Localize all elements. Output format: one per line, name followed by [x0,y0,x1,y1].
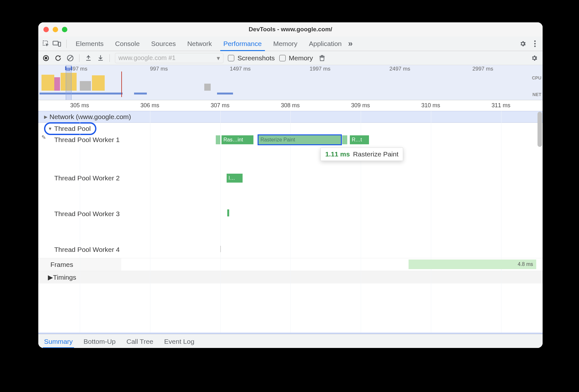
save-profile-icon[interactable] [97,54,104,62]
kebab-menu-icon[interactable] [530,39,539,48]
tooltip-name: Rasterize Paint [353,150,398,158]
traffic-lights [43,27,67,32]
tab-performance[interactable]: Performance [218,37,267,51]
thread-pool-label: Thread Pool [54,125,91,132]
drawer-tab-call-tree[interactable]: Call Tree [125,335,154,348]
chevron-down-icon: ▾ [217,54,220,62]
worker-1-lane[interactable]: Ras…int Rasterize Paint R…t 1.11 ms Rast… [121,134,543,172]
svg-point-5 [534,45,536,47]
devtools-window: DevTools - www.google.com/ Elements Cons… [38,22,543,348]
profile-selector-label: www.google.com #1 [118,54,176,62]
record-icon[interactable] [42,54,50,62]
svg-point-3 [534,40,536,42]
frame-event[interactable]: 4.8 ms [409,260,536,269]
event-bar[interactable] [216,135,220,144]
chevron-down-icon: ▼ [48,126,52,131]
svg-point-4 [534,43,536,44]
chevron-right-icon: ▶ [48,274,53,281]
worker-3-lane[interactable] [121,208,543,244]
timings-row-header[interactable]: ▶ Timings [38,271,543,283]
ruler-tick: 308 ms [281,102,300,109]
frames-row[interactable]: Frames 4.8 ms [38,258,543,271]
flamechart-area[interactable]: ▶ Network (www.google.com) ▼ Thread Pool… [38,111,543,333]
screenshots-label: Screenshots [237,54,275,62]
memory-checkbox[interactable]: Memory [279,54,313,62]
event-worker2[interactable]: I… [227,174,243,183]
network-row-header[interactable]: ▶ Network (www.google.com) [38,111,543,123]
worker-row-3: Thread Pool Worker 3 [38,208,543,244]
overview-tick: 497 ms [70,66,87,72]
window-titlebar: DevTools - www.google.com/ [38,22,543,36]
event-tooltip: 1.11 ms Rasterize Paint [320,147,403,161]
chevron-right-icon: ▶ [44,114,48,119]
checkbox-box [228,55,234,61]
event-rasterize-c[interactable]: R…t [350,135,369,144]
load-profile-icon[interactable] [85,54,92,62]
inspect-element-icon[interactable] [41,39,50,48]
svg-line-9 [68,56,72,60]
worker-2-label: Thread Pool Worker 2 [38,172,121,182]
device-toolbar-icon[interactable] [52,39,61,48]
capture-settings-icon[interactable] [530,54,539,63]
more-tabs-icon[interactable]: » [348,39,352,49]
ruler-tick: 306 ms [140,102,159,109]
reload-record-icon[interactable] [54,54,62,62]
drawer-tab-event-log[interactable]: Event Log [163,335,196,348]
overview-tick: 2497 ms [389,66,410,72]
worker-2-lane[interactable]: I… [121,172,543,208]
svg-point-7 [45,57,47,59]
close-window-button[interactable] [43,27,49,32]
tab-separator [66,40,67,48]
drawer-tabs: Summary Bottom-Up Call Tree Event Log [38,334,543,348]
worker-4-lane[interactable] [121,244,543,257]
event-worker3[interactable] [227,209,229,216]
zoom-window-button[interactable] [62,27,67,32]
frames-label: Frames [38,258,121,271]
overview-selection[interactable] [66,65,71,100]
window-title: DevTools - www.google.com/ [38,26,543,33]
tab-elements[interactable]: Elements [70,37,109,51]
settings-icon[interactable] [518,39,527,48]
tab-network[interactable]: Network [182,37,218,51]
ruler-tick: 305 ms [70,102,89,109]
svg-rect-1 [53,41,58,45]
ruler-tick: 310 ms [421,102,440,109]
timeline-ruler[interactable]: 305 ms 306 ms 307 ms 308 ms 309 ms 310 m… [38,100,543,111]
overview-tick: 997 ms [150,66,168,72]
thread-pool-highlight: ▼ Thread Pool [44,122,96,135]
minimize-window-button[interactable] [53,27,58,32]
overview-tick: 2997 ms [472,66,493,72]
thread-pool-row-header[interactable]: ▼ Thread Pool [38,123,543,134]
worker-1-label: Thread Pool Worker 1 [38,134,121,144]
toolbar-separator-2 [109,54,110,62]
drawer-tab-bottom-up[interactable]: Bottom-Up [82,335,117,348]
tab-console[interactable]: Console [109,37,146,51]
event-worker4[interactable] [220,246,221,252]
frames-lane[interactable]: 4.8 ms [121,258,543,271]
tooltip-duration: 1.11 ms [325,150,350,158]
svg-rect-2 [58,42,61,46]
collect-garbage-icon[interactable] [318,54,326,62]
drawer-tab-summary[interactable]: Summary [43,335,74,348]
tab-sources[interactable]: Sources [146,37,182,51]
profile-selector[interactable]: www.google.com #1 ▾ [115,53,223,63]
ruler-tick: 311 ms [492,102,510,109]
edit-icon[interactable]: ✎ [41,134,46,141]
worker-row-2: Thread Pool Worker 2 I… [38,172,543,208]
overview-flame [38,72,543,91]
worker-4-label: Thread Pool Worker 4 [38,244,121,253]
overview-minimap[interactable]: 497 ms 997 ms 1497 ms 1997 ms 2497 ms 29… [38,65,543,100]
event-rasterize-a[interactable]: Ras…int [222,135,253,144]
event-rasterize-selected[interactable]: Rasterize Paint [259,135,341,144]
screenshots-checkbox[interactable]: Screenshots [228,54,275,62]
tab-application[interactable]: Application [303,37,348,51]
network-row-label: Network (www.google.com) [49,113,131,121]
worker-3-label: Thread Pool Worker 3 [38,208,121,218]
clear-icon[interactable] [66,54,74,62]
event-bar[interactable] [342,135,347,144]
devtools-tabs: Elements Console Sources Network Perform… [38,36,543,51]
tab-memory[interactable]: Memory [267,37,303,51]
timings-label: Timings [53,274,76,281]
worker-row-1: ✎ Thread Pool Worker 1 Ras…int Rasterize… [38,134,543,172]
memory-label: Memory [289,54,313,62]
